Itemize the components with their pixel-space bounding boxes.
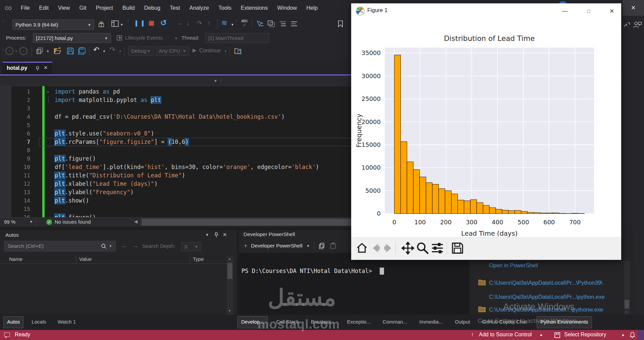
chevron-down-icon[interactable]: ▼ (15, 50, 18, 53)
terminal-tab-label[interactable]: Developer PowerShell (251, 243, 302, 249)
toolbar-grip[interactable]: ⁞⁞ (235, 20, 236, 22)
navigate-forward-icon[interactable]: › (19, 47, 28, 55)
restart-icon[interactable]: ↺ (160, 18, 167, 27)
pan-icon[interactable] (401, 242, 414, 254)
tab-hotal-py[interactable]: hotal.py ✕ (3, 62, 52, 74)
environment-path-link[interactable]: C:\Users\Qal3a\AppData\Local\Pr...\pytho… (489, 294, 605, 300)
back-icon[interactable] (370, 242, 381, 254)
figure-titlebar[interactable]: Figure 1 — □ ✕ (351, 3, 621, 18)
subplot-settings-icon[interactable] (431, 242, 444, 254)
menu-tools[interactable]: Tools (214, 5, 236, 11)
tab-call-stack[interactable]: Call Stack (273, 316, 303, 328)
scrollbar-thumb[interactable] (227, 263, 232, 279)
chevron-down-icon[interactable]: ▼ (103, 50, 106, 53)
search-icon[interactable] (101, 243, 107, 249)
chevron-up-icon[interactable]: ▲ (621, 333, 625, 337)
scroll-up-icon[interactable]: ▲ (228, 257, 231, 261)
navigate-back-icon[interactable]: ‹ (5, 47, 13, 55)
right-panel-scrollbar[interactable]: ⌄ (624, 261, 630, 315)
pause-icon[interactable] (136, 20, 144, 26)
home-icon[interactable] (356, 242, 368, 254)
notifications-bell-icon[interactable] (629, 332, 636, 338)
tab-locals[interactable]: Locals (28, 316, 49, 328)
tab-watch-1[interactable]: Watch 1 (54, 316, 79, 328)
column-header-value[interactable]: Value (79, 256, 92, 262)
platform-dropdown[interactable]: Any CPU▼ (156, 46, 189, 56)
scroll-left-icon[interactable]: ◀ (134, 219, 138, 224)
step-over-icon[interactable]: → (176, 19, 182, 27)
pin-icon[interactable] (214, 232, 219, 238)
indent-lines-icon[interactable] (278, 20, 287, 28)
column-header-name[interactable]: Name (9, 256, 22, 262)
status-message-icon[interactable] (4, 332, 11, 338)
menu-git[interactable]: Git (75, 5, 91, 11)
window-position-icon[interactable]: ▼ (205, 233, 209, 237)
feedback-corner[interactable] (637, 330, 644, 340)
close-panel-icon[interactable]: ✕ (223, 232, 227, 238)
new-terminal-icon[interactable]: + (244, 242, 248, 250)
process-dropdown[interactable]: [22172] hotal.py▼ (33, 33, 111, 43)
scroll-down-icon[interactable]: ▼ (228, 309, 231, 313)
add-to-source-control-button[interactable]: Add to Source Control (479, 332, 532, 338)
autos-search-input[interactable]: Search (Ctrl+E) ▼ (4, 241, 116, 251)
save-all-icon[interactable] (77, 47, 87, 55)
redo-icon[interactable]: ↷ (109, 46, 115, 54)
chevron-down-icon[interactable]: ▼ (120, 23, 123, 26)
find-in-files-icon[interactable] (233, 47, 243, 55)
close-tab-icon[interactable]: ✕ (44, 65, 48, 71)
feedback-person-icon[interactable] (633, 21, 642, 29)
minimize-button[interactable]: — (561, 7, 569, 15)
menu-help[interactable]: Help (302, 5, 322, 11)
menu-edit[interactable]: Edit (35, 5, 53, 11)
autos-vertical-scrollbar[interactable]: ▲ ▼ (227, 256, 233, 315)
terminal-viewport[interactable]: PS D:\Courses\DA NTI\Hotal Data\Hotal> ▲ (239, 253, 468, 315)
collapse-region-icon[interactable]: ⌄ (46, 89, 50, 94)
tab-autos[interactable]: Autos (3, 316, 23, 328)
toolbar-grip[interactable]: ⁞⁞ (3, 20, 3, 22)
toolbar-grip[interactable]: ⁞⁞ (127, 20, 128, 22)
save-figure-icon[interactable] (451, 242, 464, 254)
pin-icon[interactable] (36, 66, 40, 71)
solution-config-dropdown[interactable]: Debug▼ (128, 46, 154, 56)
search-forward-icon[interactable]: → (132, 242, 139, 249)
issues-status[interactable]: No issues found (55, 219, 91, 225)
show-threads-icon[interactable]: ≋ (221, 19, 227, 27)
figure-window[interactable]: Figure 1 — □ ✕ 0100200300400500600700050… (351, 3, 621, 260)
step-up-icon[interactable]: ↑ (207, 19, 211, 27)
chevron-down-icon[interactable]: ▼ (109, 244, 112, 248)
tab-exceptio-[interactable]: Exceptio... (344, 316, 374, 328)
thread-dropdown[interactable]: [1] MainThread (205, 33, 269, 43)
menu-analyze[interactable]: Analyze (185, 5, 214, 11)
tab-github-copilot-chat[interactable]: GitHub Copilot Chat (479, 316, 530, 328)
tab-comman-[interactable]: Comman... (379, 316, 411, 328)
chevron-down-icon[interactable]: ▼ (307, 244, 310, 248)
window-switch-icon[interactable] (36, 47, 44, 55)
tab-python-environments[interactable]: Python Environments (537, 316, 592, 328)
search-depth-dropdown[interactable]: 3▼ (181, 242, 201, 251)
chevron-down-icon[interactable]: ▼ (231, 23, 234, 26)
breakpoint-gutter[interactable] (0, 86, 11, 217)
open-in-powershell-link[interactable]: Open in PowerShell (489, 262, 538, 269)
window-close-button[interactable]: ✕ (623, 0, 644, 16)
menu-build[interactable]: Build (118, 5, 140, 11)
tab-output[interactable]: Output (451, 316, 473, 328)
gift-icon[interactable] (97, 20, 105, 28)
outdent-lines-icon[interactable] (290, 20, 299, 28)
copy-icon[interactable] (318, 242, 325, 249)
zoom-level[interactable]: 99 % (4, 219, 15, 225)
environment-path-link[interactable]: C:\Users\Qal3a\AppData\Local\...\pythonw… (489, 306, 603, 313)
chevron-down-icon[interactable]: ▼ (214, 79, 217, 83)
window-layout-icon[interactable] (111, 20, 119, 28)
menu-test[interactable]: Test (165, 5, 184, 11)
select-repository-button[interactable]: Select Repository (564, 332, 606, 338)
toolbar-grip[interactable]: ⁞⁞ (3, 35, 3, 37)
chevron-down-icon[interactable]: ▼ (46, 50, 49, 53)
paste-icon[interactable] (330, 242, 336, 249)
continue-button[interactable]: Continue (199, 48, 221, 54)
open-file-icon[interactable] (53, 47, 62, 55)
forward-icon[interactable] (383, 242, 394, 254)
menu-project[interactable]: Project (91, 5, 118, 11)
navigate-cursor-icon[interactable] (256, 20, 264, 28)
tab-immedia-[interactable]: Immedia... (416, 316, 446, 328)
chevron-down-icon[interactable]: ▼ (119, 50, 122, 53)
